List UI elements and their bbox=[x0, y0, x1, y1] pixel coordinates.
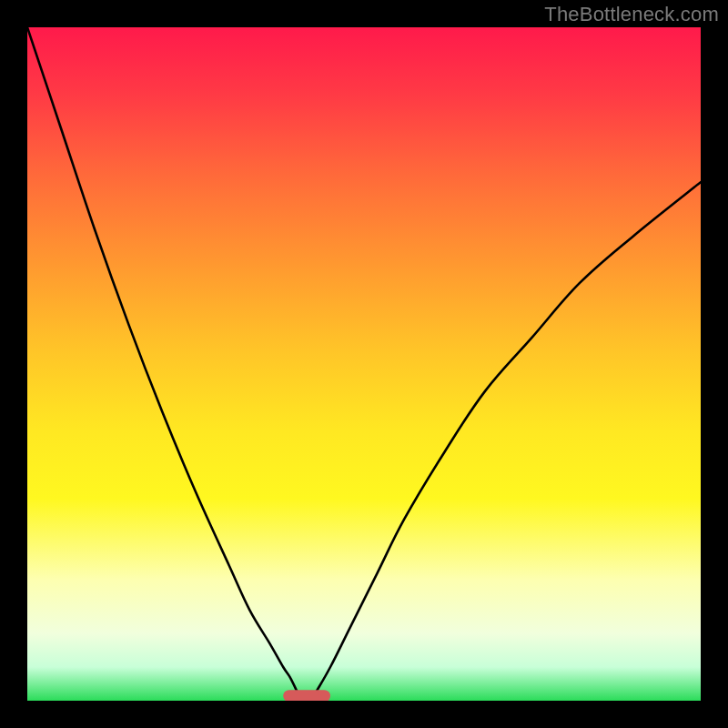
curve-right-branch bbox=[317, 182, 701, 691]
optimum-pill bbox=[283, 690, 330, 701]
curve-left-branch bbox=[27, 27, 297, 691]
chart-svg bbox=[27, 27, 701, 701]
optimum-marker bbox=[283, 690, 330, 701]
watermark-text: TheBottleneck.com bbox=[544, 3, 719, 26]
chart-frame bbox=[27, 27, 701, 701]
bottleneck-curve bbox=[27, 27, 701, 691]
